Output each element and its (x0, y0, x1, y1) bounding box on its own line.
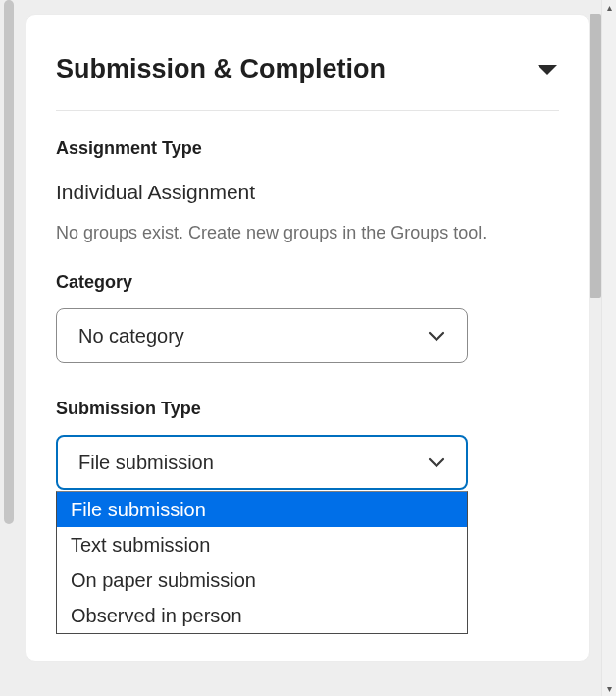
submission-type-dropdown: File submission Text submission On paper… (56, 491, 468, 634)
app-frame: ▴ ▾ Submission & Completion Assignment T… (0, 0, 616, 696)
panel-title: Submission & Completion (56, 54, 385, 84)
submission-type-selected-value: File submission (78, 452, 214, 474)
chevron-down-icon (428, 331, 445, 342)
dropdown-option-text-submission[interactable]: Text submission (57, 527, 467, 562)
category-selected-value: No category (78, 325, 184, 348)
dropdown-option-observed-in-person[interactable]: Observed in person (57, 598, 467, 633)
dropdown-option-on-paper-submission[interactable]: On paper submission (57, 562, 467, 598)
chevron-down-icon (428, 457, 445, 468)
panel-header[interactable]: Submission & Completion (56, 54, 559, 84)
category-select-wrap: No category (56, 308, 559, 363)
background-panel-edge (590, 14, 601, 298)
submission-type-select[interactable]: File submission (56, 435, 468, 490)
assignment-type-help: No groups exist. Create new groups in th… (56, 222, 559, 244)
category-select[interactable]: No category (56, 308, 468, 363)
dropdown-option-file-submission[interactable]: File submission (57, 492, 467, 527)
svg-marker-0 (538, 65, 557, 75)
category-label: Category (56, 272, 559, 293)
scroll-down-icon[interactable]: ▾ (602, 681, 616, 696)
left-scrollbar-thumb[interactable] (4, 0, 14, 524)
submission-type-select-wrap: File submission File submission Text sub… (56, 435, 559, 490)
assignment-type-value: Individual Assignment (56, 181, 559, 204)
submission-completion-panel: Submission & Completion Assignment Type … (26, 14, 590, 662)
divider (56, 110, 559, 111)
assignment-type-label: Assignment Type (56, 138, 559, 159)
submission-type-label: Submission Type (56, 399, 559, 419)
scroll-up-icon[interactable]: ▴ (602, 0, 616, 15)
outer-scrollbar[interactable]: ▴ ▾ (601, 0, 616, 696)
collapse-icon[interactable] (536, 63, 559, 77)
